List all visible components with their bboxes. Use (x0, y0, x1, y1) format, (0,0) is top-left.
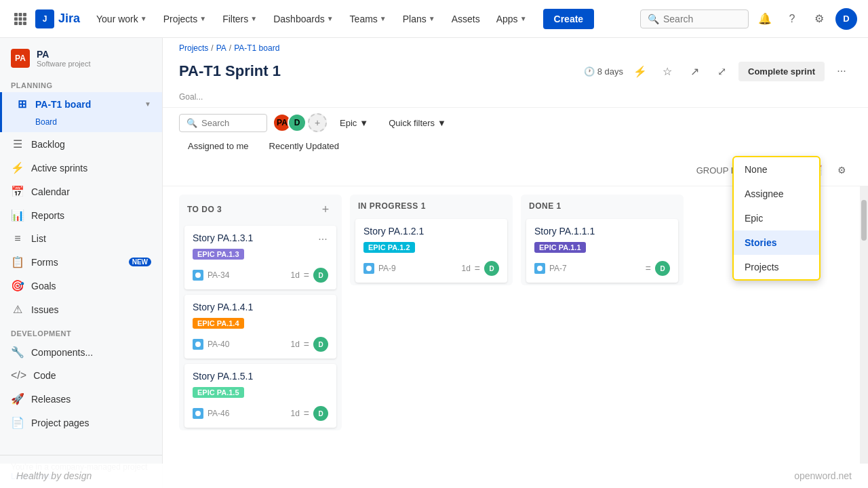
board-sublabel: Board (35, 117, 57, 127)
dropdown-option-epic[interactable]: Epic (734, 206, 819, 230)
sidebar-board-label: PA-T1 board (35, 99, 138, 110)
column-header: TO DO 3 + (179, 195, 342, 223)
teams-menu[interactable]: Teams ▼ (344, 9, 392, 28)
sidebar-project-header: PA PA Software project (0, 38, 162, 73)
card-title: Story PA.1.4.1 (193, 302, 328, 312)
quick-filters-button[interactable]: Quick filters ▼ (381, 114, 454, 132)
plans-chevron-icon: ▼ (429, 15, 435, 22)
grid-menu-icon[interactable] (11, 9, 30, 28)
settings-icon[interactable]: ⚙ (808, 8, 830, 30)
assets-menu[interactable]: Assets (446, 9, 486, 28)
filter-recently-updated[interactable]: Recently Updated (260, 138, 348, 155)
svg-point-11 (195, 411, 201, 416)
column-cards: ··· Story PA.1.3.1 EPIC PA.1.3 PA-34 1d … (179, 223, 342, 430)
jira-logo[interactable]: J Jira (35, 9, 80, 28)
plans-menu[interactable]: Plans ▼ (397, 9, 441, 28)
breadcrumb-board[interactable]: PA-T1 board (234, 43, 279, 53)
view-settings-icon[interactable]: ⚙ (831, 160, 852, 180)
sidebar-item-project-pages[interactable]: 📄 Project pages (0, 411, 162, 434)
column-title: TO DO 3 (187, 205, 222, 214)
card[interactable]: Story PA.1.5.1 EPIC PA.1.5 PA-46 1d = D (184, 364, 336, 428)
card[interactable]: ··· Story PA.1.3.1 EPIC PA.1.3 PA-34 1d … (184, 226, 336, 289)
sidebar-item-list[interactable]: ≡ List (0, 227, 162, 250)
complete-sprint-button[interactable]: Complete sprint (738, 62, 825, 81)
sidebar-item-backlog[interactable]: ☰ Backlog (0, 132, 162, 156)
column-add-button[interactable]: + (317, 201, 334, 218)
svg-rect-2 (23, 13, 26, 16)
sidebar-list-label: List (31, 233, 151, 244)
search-icon: 🔍 (648, 14, 659, 24)
sidebar-item-active-sprints[interactable]: ⚡ Active sprints (0, 156, 162, 180)
epic-filter-button[interactable]: Epic ▼ (332, 114, 376, 132)
sprint-action-star[interactable]: ☆ (657, 61, 677, 81)
sidebar-item-reports[interactable]: 📊 Reports (0, 203, 162, 227)
board-column-done: DONE 1 Story PA.1.1.1 EPIC PA.1.1 PA-7 =… (521, 195, 684, 285)
card-issue-icon (193, 270, 203, 281)
scrollbar[interactable] (860, 186, 868, 488)
dropdown-option-projects[interactable]: Projects (734, 255, 819, 279)
sprint-action-share[interactable]: ↗ (684, 61, 705, 81)
card-epic-tag: EPIC PA.1.3 (193, 249, 244, 260)
card-epic-tag: EPIC PA.1.5 (193, 387, 244, 398)
development-section-label: DEVELOPMENT (0, 321, 162, 340)
sidebar-item-goals[interactable]: 🎯 Goals (0, 274, 162, 298)
sidebar-project-pages-label: Project pages (31, 418, 151, 428)
card-status-icon: = (646, 263, 651, 274)
sidebar-backlog-label: Backlog (31, 139, 151, 150)
nav-search-input[interactable] (663, 14, 741, 24)
card-title: Story PA.1.5.1 (193, 371, 328, 382)
create-button[interactable]: Create (543, 9, 595, 29)
reports-icon: 📊 (11, 209, 24, 222)
list-icon: ≡ (11, 232, 24, 245)
dashboards-menu[interactable]: Dashboards ▼ (268, 9, 338, 28)
sidebar-item-issues[interactable]: ⚠ Issues (0, 298, 162, 321)
dropdown-option-stories[interactable]: Stories (734, 230, 819, 255)
user-avatar[interactable]: D (835, 8, 857, 30)
card-issue-icon (534, 263, 545, 274)
apps-menu[interactable]: Apps ▼ (491, 9, 532, 28)
sprint-action-bolt[interactable]: ⚡ (630, 61, 650, 81)
your-work-menu[interactable]: Your work ▼ (91, 9, 153, 28)
svg-point-9 (195, 272, 201, 278)
sidebar-item-components[interactable]: 🔧 Components... (0, 340, 162, 364)
dropdown-option-assignee[interactable]: Assignee (734, 182, 819, 206)
breadcrumb-projects[interactable]: Projects (179, 43, 208, 53)
sidebar-item-forms[interactable]: 📋 Forms NEW (0, 250, 162, 274)
projects-menu[interactable]: Projects ▼ (158, 9, 212, 28)
add-assignee-button[interactable]: + (308, 113, 327, 132)
avatar-d[interactable]: D (288, 113, 307, 132)
sidebar-item-releases[interactable]: 🚀 Releases (0, 387, 162, 411)
planning-section-label: PLANNING (0, 73, 162, 92)
footer-right: openword.net (794, 470, 852, 481)
svg-rect-5 (23, 17, 26, 20)
help-icon[interactable]: ? (781, 8, 803, 30)
sprint-more-options[interactable]: ··· (831, 61, 852, 81)
filter-assigned-to-me[interactable]: Assigned to me (179, 138, 258, 155)
project-info: PA Software project (37, 49, 90, 68)
sidebar-item-code[interactable]: </> Code (0, 364, 162, 387)
card[interactable]: Story PA.1.1.1 EPIC PA.1.1 PA-7 = D (526, 219, 678, 283)
filters-menu[interactable]: Filters ▼ (217, 9, 262, 28)
board-search-input[interactable] (201, 118, 260, 128)
column-header: IN PROGRESS 1 (350, 195, 513, 216)
card-menu-button[interactable]: ··· (315, 231, 331, 247)
jira-logo-text: Jira (58, 12, 80, 26)
card[interactable]: Story PA.1.2.1 EPIC PA.1.2 PA-9 1d = D (355, 219, 507, 283)
backlog-icon: ☰ (11, 138, 24, 150)
card-status-icon: = (304, 408, 309, 419)
sprint-action-expand[interactable]: ⤢ (711, 61, 732, 81)
notifications-icon[interactable]: 🔔 (754, 8, 776, 30)
forms-new-badge: NEW (129, 258, 151, 266)
page-title-bar: Projects / PA / PA-T1 board PA-T1 Sprint… (163, 38, 868, 108)
sidebar-item-calendar[interactable]: 📅 Calendar (0, 180, 162, 203)
code-icon: </> (11, 369, 26, 382)
card-issue-id: PA-9 (378, 264, 457, 273)
breadcrumb-pa[interactable]: PA (216, 43, 226, 53)
releases-icon: 🚀 (11, 392, 24, 405)
card[interactable]: Story PA.1.4.1 EPIC PA.1.4 PA-40 1d = D (184, 295, 336, 359)
board-icon: ⊞ (15, 98, 28, 110)
clock-icon: 🕐 (584, 66, 595, 77)
sidebar-item-board[interactable]: ⊞ PA-T1 board ▼ Board (0, 92, 162, 132)
board-search-box: 🔍 (179, 114, 267, 132)
dropdown-option-none[interactable]: None (734, 157, 819, 182)
